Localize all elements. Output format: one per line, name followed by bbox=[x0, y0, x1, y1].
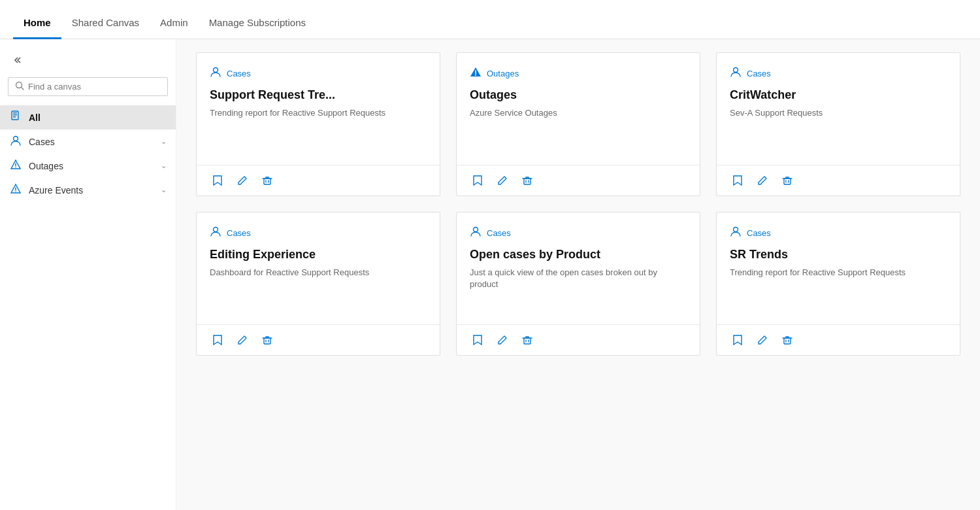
all-icon bbox=[9, 110, 22, 124]
svg-rect-33 bbox=[524, 338, 531, 344]
svg-rect-5 bbox=[13, 116, 16, 118]
main-layout: All Cases ⌄ Outages ⌄ bbox=[0, 39, 980, 510]
azure-events-icon bbox=[9, 183, 22, 197]
sidebar: All Cases ⌄ Outages ⌄ bbox=[0, 39, 176, 510]
svg-rect-4 bbox=[13, 114, 17, 116]
delete-button[interactable] bbox=[519, 173, 535, 188]
category-icon bbox=[470, 66, 482, 80]
bookmark-button[interactable] bbox=[730, 332, 745, 348]
sidebar-item-outages[interactable]: Outages ⌄ bbox=[0, 154, 176, 178]
card-editing-experience: Cases Editing Experience Dashboard for R… bbox=[196, 212, 440, 356]
outages-label: Outages bbox=[29, 161, 161, 171]
card-body: Cases Editing Experience Dashboard for R… bbox=[197, 212, 440, 324]
outages-icon bbox=[9, 159, 22, 173]
card-body: Cases Open cases by Product Just a quick… bbox=[457, 212, 700, 324]
svg-rect-3 bbox=[13, 112, 17, 114]
search-input[interactable] bbox=[28, 82, 161, 92]
card-footer bbox=[197, 324, 440, 355]
svg-point-11 bbox=[214, 68, 218, 73]
category-icon bbox=[470, 226, 482, 240]
bookmark-button[interactable] bbox=[470, 332, 485, 348]
card-category: Cases bbox=[730, 66, 947, 80]
category-label: Cases bbox=[227, 69, 251, 78]
outages-chevron: ⌄ bbox=[161, 162, 167, 170]
card-title: Support Request Tre... bbox=[210, 88, 427, 102]
sidebar-item-azure-events[interactable]: Azure Events ⌄ bbox=[0, 178, 176, 202]
svg-point-6 bbox=[14, 137, 18, 141]
svg-rect-12 bbox=[264, 178, 270, 184]
svg-point-8 bbox=[15, 167, 16, 167]
edit-button[interactable] bbox=[495, 173, 510, 188]
azure-events-label: Azure Events bbox=[29, 185, 161, 196]
edit-button[interactable] bbox=[755, 173, 770, 188]
card-footer bbox=[457, 324, 700, 355]
card-critwatcher: Cases CritWatcher Sev-A Support Requests bbox=[716, 52, 960, 196]
category-icon bbox=[730, 66, 742, 80]
category-label: Cases bbox=[747, 69, 771, 78]
card-description: Dashboard for Reactive Support Requests bbox=[210, 267, 427, 279]
azure-events-chevron: ⌄ bbox=[161, 186, 167, 194]
cases-chevron: ⌄ bbox=[161, 137, 167, 146]
collapse-sidebar-button[interactable] bbox=[7, 50, 27, 71]
card-body: Cases SR Trends Trending report for Reac… bbox=[717, 212, 960, 324]
nav-admin[interactable]: Admin bbox=[150, 17, 199, 39]
delete-button[interactable] bbox=[519, 332, 535, 348]
cases-icon bbox=[9, 135, 22, 148]
delete-button[interactable] bbox=[779, 332, 795, 348]
svg-line-1 bbox=[22, 88, 24, 90]
card-title: Editing Experience bbox=[210, 248, 427, 262]
svg-rect-38 bbox=[784, 338, 791, 344]
card-body: Outages Outages Azure Service Outages bbox=[457, 53, 700, 165]
bookmark-button[interactable] bbox=[730, 172, 745, 189]
category-icon bbox=[210, 66, 221, 80]
card-description: Sev-A Support Requests bbox=[730, 107, 947, 119]
edit-button[interactable] bbox=[235, 332, 250, 348]
card-category: Cases bbox=[210, 226, 427, 240]
card-description: Trending report for Reactive Support Req… bbox=[210, 107, 427, 119]
svg-point-32 bbox=[474, 228, 478, 232]
card-support-request-trending: Cases Support Request Tre... Trending re… bbox=[196, 52, 440, 196]
search-box[interactable] bbox=[8, 77, 168, 96]
card-sr-trends: Cases SR Trends Trending report for Reac… bbox=[716, 212, 960, 356]
category-icon bbox=[210, 226, 221, 240]
category-label: Cases bbox=[487, 228, 511, 238]
cases-label: Cases bbox=[29, 137, 161, 147]
bookmark-button[interactable] bbox=[470, 172, 485, 189]
card-description: Trending report for Reactive Support Req… bbox=[730, 267, 947, 279]
svg-point-37 bbox=[734, 228, 738, 232]
svg-rect-23 bbox=[784, 178, 791, 184]
card-title: CritWatcher bbox=[730, 88, 947, 102]
cards-grid: Cases Support Request Tre... Trending re… bbox=[196, 52, 960, 356]
svg-point-22 bbox=[734, 68, 738, 73]
card-outages: Outages Outages Azure Service Outages bbox=[456, 52, 700, 196]
bookmark-button[interactable] bbox=[210, 332, 225, 348]
card-footer bbox=[717, 165, 960, 196]
delete-button[interactable] bbox=[259, 332, 275, 348]
card-footer bbox=[457, 165, 700, 196]
bookmark-button[interactable] bbox=[210, 172, 225, 189]
card-category: Outages bbox=[470, 66, 687, 80]
delete-button[interactable] bbox=[779, 173, 795, 188]
edit-button[interactable] bbox=[235, 173, 250, 188]
card-body: Cases CritWatcher Sev-A Support Requests bbox=[717, 53, 960, 165]
edit-button[interactable] bbox=[755, 332, 770, 348]
nav-manage-subscriptions[interactable]: Manage Subscriptions bbox=[199, 17, 316, 39]
card-category: Cases bbox=[210, 66, 427, 80]
svg-point-10 bbox=[15, 191, 16, 192]
sidebar-item-cases[interactable]: Cases ⌄ bbox=[0, 129, 176, 154]
card-body: Cases Support Request Tre... Trending re… bbox=[197, 53, 440, 165]
category-label: Cases bbox=[747, 228, 771, 238]
card-footer bbox=[717, 324, 960, 355]
card-category: Cases bbox=[470, 226, 687, 240]
card-category: Cases bbox=[730, 226, 947, 240]
card-open-cases-by-product: Cases Open cases by Product Just a quick… bbox=[456, 212, 700, 356]
edit-button[interactable] bbox=[495, 332, 510, 348]
nav-shared-canvas[interactable]: Shared Canvas bbox=[61, 17, 150, 39]
nav-home[interactable]: Home bbox=[13, 17, 61, 39]
card-description: Azure Service Outages bbox=[470, 107, 687, 119]
sidebar-item-all[interactable]: All bbox=[0, 105, 176, 129]
svg-rect-28 bbox=[264, 338, 270, 344]
delete-button[interactable] bbox=[259, 173, 275, 188]
svg-point-17 bbox=[475, 75, 476, 76]
collapse-icon bbox=[12, 55, 22, 65]
